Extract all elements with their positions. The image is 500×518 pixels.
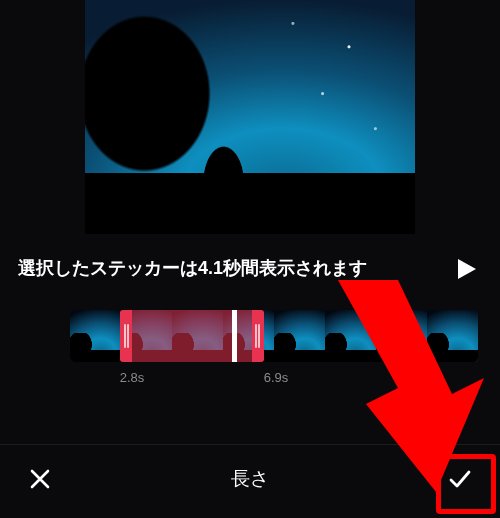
status-row: 選択したステッカーは4.1秒間表示されます [0,234,500,292]
timeline-thumb [325,310,376,362]
timeline-thumb [274,310,325,362]
close-icon [28,467,52,491]
selection-range[interactable] [120,310,264,362]
play-button[interactable] [454,256,480,282]
timeline-thumbnails [70,310,478,362]
selection-start-time: 2.8s [120,370,145,385]
bottom-bar: 長さ [0,444,500,518]
play-icon [456,257,478,281]
check-icon [447,466,473,492]
sticker-duration-status: 選択したステッカーは4.1秒間表示されます [18,256,367,281]
playhead[interactable] [232,310,237,362]
confirm-button[interactable] [438,457,482,501]
panel-title: 長さ [231,466,269,492]
timeline-thumb [376,310,427,362]
cancel-button[interactable] [18,457,62,501]
timeline[interactable]: 2.8s 6.9s [0,292,500,412]
video-preview [85,0,415,234]
selection-end-time: 6.9s [264,370,289,385]
timeline-thumb [427,310,478,362]
timeline-thumb [70,310,121,362]
